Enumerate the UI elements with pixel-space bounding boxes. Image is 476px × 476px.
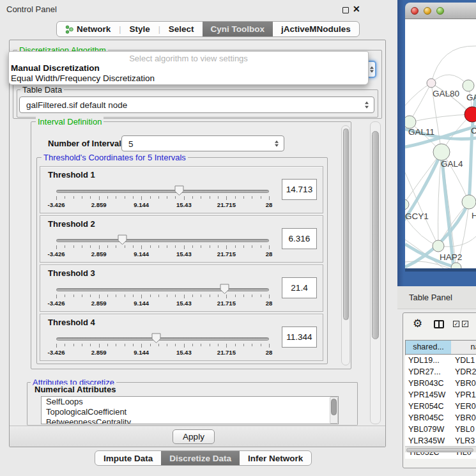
table-row[interactable]: YBR043CYBR0 xyxy=(405,378,476,390)
network-node-gal80[interactable] xyxy=(427,79,436,88)
table-panel-titlebar[interactable]: Table Panel xyxy=(397,286,476,309)
slider-tick-label: 2.859 xyxy=(85,300,113,307)
table-data-select[interactable]: galFiltered.sif default node xyxy=(19,96,374,113)
attribute-list-item[interactable]: SelfLoops xyxy=(42,397,338,407)
slider-tick-label: 15.43 xyxy=(170,300,198,307)
tab-impute-data[interactable]: Impute Data xyxy=(95,451,161,465)
threshold-value-input[interactable]: 14.713 xyxy=(282,179,317,200)
table-row[interactable]: YER054CYER0 xyxy=(405,401,476,413)
table-row[interactable]: YDL19...YDL1 xyxy=(405,355,476,367)
slider-tick xyxy=(133,344,134,346)
slider-tick xyxy=(99,245,100,249)
network-node-gal11[interactable] xyxy=(405,116,416,128)
slider-tick-label: -3.426 xyxy=(42,300,70,307)
slider-tick xyxy=(201,344,201,346)
slider-tick xyxy=(175,295,176,297)
slider-tick xyxy=(192,196,193,199)
table-row[interactable]: YDR27...YDR2 xyxy=(405,367,476,378)
tab-style[interactable]: Style xyxy=(121,22,158,36)
slider-tick xyxy=(210,245,210,248)
close-icon[interactable]: ✕ xyxy=(353,4,360,14)
slider-tick xyxy=(210,344,210,346)
cell-name: YPR1 xyxy=(455,390,476,399)
cell-name: YLR3 xyxy=(455,436,475,445)
threshold-panel-2: Threshold 2-3.4262.8599.14415.4321.71528… xyxy=(40,215,323,263)
gear-icon[interactable]: ⚙ xyxy=(413,318,422,329)
table-row[interactable]: YBL079WYBL0 xyxy=(405,424,476,436)
slider-tick xyxy=(252,245,252,248)
slider-tick xyxy=(158,196,159,199)
slider-tick xyxy=(99,344,100,348)
tab-infer-network[interactable]: Infer Network xyxy=(240,451,311,465)
algorithm-option-manual[interactable]: Manual Discretization xyxy=(11,63,100,73)
numerical-attributes-label: Numerical Attributes xyxy=(33,385,117,394)
attribute-list-item[interactable]: TopologicalCoefficient xyxy=(42,407,338,417)
slider-thumb[interactable] xyxy=(220,284,229,295)
table-horizontal-scrollbar[interactable] xyxy=(405,446,476,452)
tab-cyni-toolbox[interactable]: Cyni Toolbox xyxy=(203,22,273,36)
control-panel-tabbar: Network | Style | Select Cyni Toolbox jA… xyxy=(56,21,360,37)
slider-tick-label: -3.426 xyxy=(42,349,70,356)
network-node-gal4[interactable] xyxy=(433,144,450,160)
algorithm-option-equal-width[interactable]: Equal Width/Frequency Discretization xyxy=(11,73,155,83)
slider-tick xyxy=(65,245,65,248)
slider-tick xyxy=(226,196,227,200)
float-window-icon[interactable] xyxy=(342,7,349,13)
tab-jactivemnodules[interactable]: jActiveMNodules xyxy=(273,22,359,36)
network-node-label: GA xyxy=(466,93,476,102)
network-node-gcy1[interactable] xyxy=(405,199,409,210)
interval-scrollbar[interactable] xyxy=(341,125,350,365)
tab-select[interactable]: Select xyxy=(160,22,203,36)
slider-tick-label: 9.144 xyxy=(127,250,155,257)
network-canvas[interactable]: GAL80GACGAL11GAL4GCY1HHAP2 xyxy=(405,19,476,268)
control-panel-title: Control Panel xyxy=(6,4,57,14)
slider-track[interactable] xyxy=(56,337,269,341)
close-traffic-light-icon[interactable] xyxy=(411,7,418,15)
minimize-traffic-light-icon[interactable] xyxy=(424,7,431,15)
threshold-value-input[interactable]: 21.4 xyxy=(282,277,317,298)
slider-track[interactable] xyxy=(56,288,269,291)
algorithm-select-fragment[interactable] xyxy=(367,61,376,78)
threshold-label: Threshold 3 xyxy=(48,268,95,278)
slider-tick xyxy=(65,344,65,346)
network-node-ga[interactable] xyxy=(463,80,474,91)
slider-tick xyxy=(261,295,261,297)
slider-tick-label: 21.715 xyxy=(212,349,240,356)
column-header-shared-name[interactable]: shared... xyxy=(405,340,452,355)
threshold-value-input[interactable]: 6.316 xyxy=(282,228,317,249)
split-columns-icon[interactable] xyxy=(434,320,444,328)
slider-thumb[interactable] xyxy=(118,234,127,245)
slider-track[interactable] xyxy=(56,239,269,242)
threshold-value-input[interactable]: 11.344 xyxy=(282,326,317,348)
checkbox-icon[interactable]: ✓ xyxy=(462,321,468,327)
slider-track[interactable] xyxy=(56,190,269,193)
slider-tick xyxy=(82,295,82,297)
tab-discretize-data[interactable]: Discretize Data xyxy=(161,451,240,465)
cell-shared-name: YER054C xyxy=(408,402,444,411)
interval-definition-label: Interval Definition xyxy=(36,117,104,127)
apply-button[interactable]: Apply xyxy=(173,429,215,444)
slider-tick xyxy=(56,245,57,249)
table-row[interactable]: YPR145WYPR1 xyxy=(405,390,476,401)
slider-tick xyxy=(184,245,185,249)
attribute-list-item[interactable]: BetweennessCentrality xyxy=(42,417,338,424)
column-header-name[interactable]: na xyxy=(451,340,476,355)
number-of-intervals-select[interactable]: 5 xyxy=(121,135,284,151)
checkbox-icon[interactable]: ✓ xyxy=(453,321,459,327)
slider-tick-label: 2.859 xyxy=(85,349,113,356)
network-node-h[interactable] xyxy=(462,195,476,209)
slider-tick xyxy=(184,295,185,298)
panel-scrollbar[interactable] xyxy=(370,121,381,424)
slider-tick xyxy=(226,295,227,298)
attributes-scrollbar[interactable] xyxy=(330,397,338,424)
tab-network[interactable]: Network xyxy=(57,22,119,36)
slider-thumb[interactable] xyxy=(174,185,184,196)
slider-thumb[interactable] xyxy=(151,333,161,344)
table-row[interactable]: YBR045CYBR0 xyxy=(405,413,476,424)
slider-tick-label: 28 xyxy=(255,250,283,257)
network-node-hap2[interactable] xyxy=(433,240,444,252)
maximize-traffic-light-icon[interactable] xyxy=(436,7,444,15)
slider-tick xyxy=(133,295,134,297)
slider-tick xyxy=(192,245,193,248)
thresholds-group-label: Threshold's Coordinates for 5 Intervals xyxy=(42,153,188,162)
